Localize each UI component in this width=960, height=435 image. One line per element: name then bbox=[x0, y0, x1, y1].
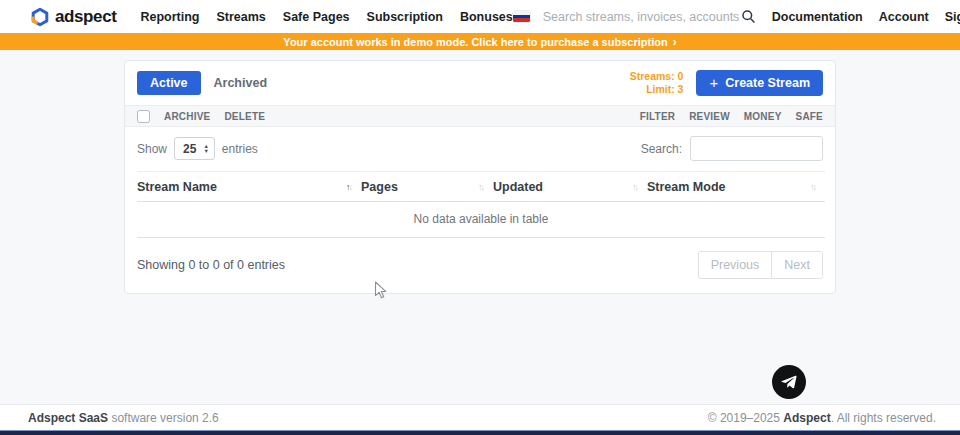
table-search-input[interactable] bbox=[690, 136, 823, 161]
global-search-input[interactable] bbox=[543, 10, 741, 24]
tab-archived[interactable]: Archived bbox=[201, 71, 281, 95]
empty-table-message: No data available in table bbox=[137, 202, 825, 238]
select-arrows-icon: ▲▼ bbox=[203, 144, 208, 153]
table-footer: Showing 0 to 0 of 0 entries Previous Nex… bbox=[125, 238, 835, 293]
mode-review-label[interactable]: REVIEW bbox=[689, 111, 730, 122]
link-account[interactable]: Account bbox=[879, 10, 929, 24]
mode-filter-label[interactable]: FILTER bbox=[640, 111, 675, 122]
telegram-button[interactable] bbox=[772, 365, 806, 399]
show-label: Show bbox=[137, 142, 167, 156]
page-footer: Adspect SaaS software version 2.6 © 2019… bbox=[0, 404, 960, 430]
adspect-logo-icon bbox=[30, 7, 50, 27]
streams-count: Streams: 0 bbox=[630, 70, 684, 83]
nav-item-bonuses[interactable]: Bonuses bbox=[460, 10, 513, 24]
adspect-logo[interactable]: adspect bbox=[30, 7, 116, 27]
sort-icon bbox=[478, 182, 483, 192]
sort-icon bbox=[346, 182, 351, 192]
empty-table-row: No data available in table bbox=[137, 202, 825, 238]
create-stream-button[interactable]: + Create Stream bbox=[696, 70, 823, 96]
entries-label: entries bbox=[222, 142, 258, 156]
mode-money-label[interactable]: MONEY bbox=[744, 111, 782, 122]
main-nav: Reporting Streams Safe Pages Subscriptio… bbox=[140, 10, 512, 24]
logo-wordmark: adspect bbox=[55, 7, 116, 27]
create-stream-label: Create Stream bbox=[725, 76, 810, 90]
column-header-updated[interactable]: Updated bbox=[493, 172, 647, 202]
entries-info: Showing 0 to 0 of 0 entries bbox=[137, 258, 285, 272]
content-area: Active Archived Streams: 0 Limit: 3 + Cr… bbox=[0, 50, 960, 404]
previous-page-button[interactable]: Previous bbox=[698, 251, 773, 279]
tab-active[interactable]: Active bbox=[137, 71, 201, 95]
link-documentation[interactable]: Documentation bbox=[772, 10, 863, 24]
account-links: Documentation Account Sign Out bbox=[772, 10, 960, 24]
footer-copyright: © 2019–2025 Adspect. All rights reserved… bbox=[708, 411, 936, 425]
card-header: Active Archived Streams: 0 Limit: 3 + Cr… bbox=[125, 61, 835, 105]
demo-banner-text: Your account works in demo mode. Click h… bbox=[283, 36, 667, 48]
search-icon[interactable] bbox=[741, 9, 756, 24]
column-header-stream-name[interactable]: Stream Name bbox=[137, 172, 361, 202]
bulk-actions-bar: ARCHIVE DELETE FILTER REVIEW MONEY SAFE bbox=[125, 105, 835, 127]
select-all-checkbox[interactable] bbox=[137, 110, 150, 123]
quota-info: Streams: 0 Limit: 3 bbox=[630, 70, 684, 96]
window-edge-strip bbox=[0, 430, 960, 435]
streams-table: Stream Name Pages Upda bbox=[137, 171, 825, 238]
footer-version: Adspect SaaS software version 2.6 bbox=[28, 411, 219, 425]
bulk-action-delete[interactable]: DELETE bbox=[224, 111, 265, 122]
nav-item-reporting[interactable]: Reporting bbox=[140, 10, 199, 24]
top-navigation-bar: adspect Reporting Streams Safe Pages Sub… bbox=[0, 0, 960, 33]
sort-icon bbox=[632, 182, 637, 192]
entries-per-page-select[interactable]: 25 ▲▼ bbox=[174, 137, 215, 160]
language-flag-icon[interactable] bbox=[513, 11, 530, 22]
nav-item-safe-pages[interactable]: Safe Pages bbox=[283, 10, 350, 24]
bulk-action-archive[interactable]: ARCHIVE bbox=[164, 111, 210, 122]
adspect-app: adspect Reporting Streams Safe Pages Sub… bbox=[0, 0, 960, 435]
topbar-right: Documentation Account Sign Out bbox=[513, 9, 960, 24]
demo-mode-banner[interactable]: Your account works in demo mode. Click h… bbox=[0, 33, 960, 50]
next-page-button[interactable]: Next bbox=[771, 251, 823, 279]
streams-card: Active Archived Streams: 0 Limit: 3 + Cr… bbox=[124, 60, 836, 294]
link-sign-out[interactable]: Sign Out bbox=[945, 10, 960, 24]
table-search-label: Search: bbox=[641, 142, 682, 156]
pagination: Previous Next bbox=[698, 251, 823, 279]
telegram-plane-icon bbox=[779, 372, 799, 392]
table-controls: Show 25 ▲▼ entries Search: bbox=[125, 127, 835, 171]
sort-icon bbox=[810, 182, 815, 192]
column-header-pages[interactable]: Pages bbox=[361, 172, 493, 202]
plus-icon: + bbox=[709, 78, 718, 88]
mode-safe-label[interactable]: SAFE bbox=[796, 111, 823, 122]
table-header-row: Stream Name Pages Upda bbox=[137, 172, 825, 202]
chevron-right-icon: › bbox=[673, 35, 677, 49]
nav-item-streams[interactable]: Streams bbox=[216, 10, 265, 24]
streams-limit: Limit: 3 bbox=[630, 83, 684, 96]
nav-item-subscription[interactable]: Subscription bbox=[367, 10, 443, 24]
column-header-stream-mode[interactable]: Stream Mode bbox=[647, 172, 825, 202]
